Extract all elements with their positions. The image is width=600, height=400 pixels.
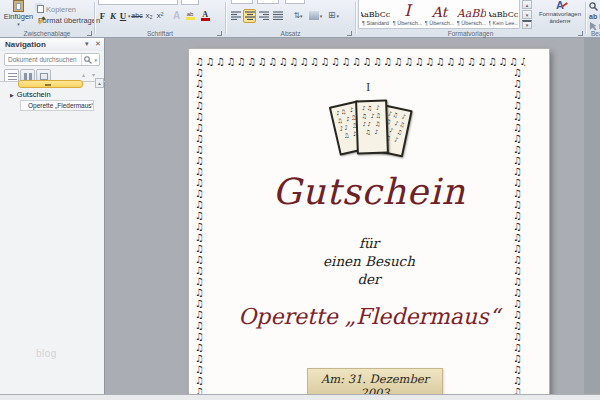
find-button[interactable]: Suchen — [589, 2, 600, 11]
clipboard-group-label: Zwischenablage — [0, 30, 94, 37]
replace-button[interactable]: ab Ersetzen — [589, 12, 600, 21]
style-preview: AaBbCcl — [488, 11, 519, 19]
results-tab-icon — [40, 73, 48, 80]
watermark-text: blog — [36, 348, 57, 359]
headings-tab-icon — [8, 73, 17, 80]
change-styles-icon: A — [536, 0, 584, 11]
search-options-dropdown-icon[interactable]: ▾ — [94, 57, 99, 63]
nav-heading-current-highlight[interactable] — [18, 80, 83, 88]
voucher-line-fuer: für — [189, 235, 549, 251]
align-right-button[interactable] — [257, 9, 270, 23]
ticket-card-front: ♪♫ ♪ ♫ ♪♫ ♪♪ ♫ ♫ ♪ — [355, 99, 389, 154]
format-painter-button[interactable]: Format übertragen — [37, 15, 95, 25]
justify-button[interactable] — [271, 9, 284, 23]
nav-scroll-up-button[interactable]: ▴ — [95, 78, 104, 88]
style-preview: AaBb — [457, 8, 487, 19]
nav-heading-operette[interactable]: Operette „Fledermaus“ — [20, 100, 94, 111]
copy-button[interactable]: Kopieren — [37, 4, 93, 14]
style-item-heading1[interactable]: I ¶ Übersch... — [392, 1, 423, 27]
group-divider — [585, 2, 586, 34]
style-name: ¶ Kein Lee... — [488, 20, 519, 26]
font-color-bar-icon — [201, 18, 210, 21]
nav-heading-gutschein[interactable]: ▶ Gutschein — [10, 90, 51, 99]
font-size-combo[interactable] — [181, 0, 199, 5]
window-bottom-edge — [0, 394, 600, 400]
text-effects-button[interactable]: A — [171, 9, 183, 23]
search-box[interactable]: ▾ — [4, 53, 100, 66]
font-name-combo[interactable] — [98, 0, 178, 5]
bold-button[interactable]: F — [97, 9, 108, 23]
style-item-no-spacing[interactable]: AaBbCcl ¶ Kein Lee... — [488, 1, 519, 27]
document-page[interactable]: ♫♫♫♫♫♫♫♫♫♫♫♫♫♫♫♫♫♫♫♫♫♫♫♫♫♫♫♫♫♫♫♫♫♫♫♫ ♫♫♫… — [189, 49, 549, 400]
italic-button[interactable]: K — [108, 9, 118, 23]
navigation-header: Navigation ▾ ✕ — [0, 38, 104, 51]
search-input[interactable] — [5, 56, 81, 63]
voucher-title: Gutschein — [189, 171, 549, 212]
subscript-button[interactable]: x₂ — [144, 9, 155, 23]
text-cursor: I — [366, 81, 370, 94]
align-center-button[interactable] — [243, 9, 256, 23]
dialog-launcher-icon[interactable] — [217, 31, 222, 36]
chevron-down-icon: ▾ — [320, 13, 323, 19]
ribbon: Einfügen ▾ Kopieren Format übertragen Zw… — [0, 0, 600, 38]
sort-button-cutoff[interactable] — [285, 0, 305, 4]
paragraph-group-label: Absatz — [227, 30, 354, 37]
chevron-down-icon: ▾ — [337, 13, 340, 19]
clipboard-icon — [13, 0, 24, 12]
styles-gallery-more-button[interactable]: ▾ — [522, 20, 532, 29]
group-divider — [225, 2, 226, 34]
indent-button-cutoff[interactable] — [257, 0, 279, 4]
copy-button-label: Kopieren — [46, 5, 76, 14]
paste-button[interactable]: Einfügen ▾ — [3, 0, 34, 26]
ribbon-group-editing: Suchen ab Ersetzen Markieren Bearbeiten — [587, 0, 600, 38]
style-name: ¶ Übersch... — [425, 20, 455, 26]
voucher-line-besuch: einen Besuch — [189, 253, 549, 269]
scrollbar-track[interactable] — [584, 38, 600, 400]
styles-scroll-up-button[interactable]: ▴ — [522, 0, 532, 9]
chevron-down-icon: ▾ — [3, 21, 34, 27]
music-note-border-right: ♫♫♫♫♫♫♫♫♫♫♫♫♫♫♫♫♫♫♫♫♫♫♫♫♫♫♫♫♫♫♫ — [513, 67, 525, 400]
pane-options-dropdown-icon[interactable]: ▾ — [85, 40, 89, 48]
change-styles-label: Formatvorlagen — [539, 11, 581, 17]
superscript-button[interactable]: x² — [155, 9, 166, 23]
style-item-heading2[interactable]: At ¶ Übersch... — [424, 1, 455, 27]
style-item-standard[interactable]: AaBbCcl ¶ Standard — [360, 1, 391, 27]
underline-button[interactable]: U — [118, 9, 128, 23]
format-painter-label: Format übertragen — [38, 16, 100, 25]
change-styles-button[interactable]: A Formatvorlagen ändern▾ — [536, 0, 584, 29]
dialog-launcher-icon[interactable] — [578, 31, 583, 36]
line-spacing-icon: ⇅ — [293, 11, 300, 20]
align-left-button[interactable] — [229, 9, 242, 23]
navigation-pane: Navigation ▾ ✕ ▾ ▴ ▾ ▶ Gutschein Operett… — [0, 38, 105, 400]
music-note-border-left: ♫♫♫♫♫♫♫♫♫♫♫♫♫♫♫♫♫♫♫♫♫♫♫♫♫♫♫♫♫♫♫ — [195, 67, 207, 400]
music-note-border-top: ♫♫♫♫♫♫♫♫♫♫♫♫♫♫♫♫♫♫♫♫♫♫♫♫♫♫♫♫♫♫♫♫♫♫♫♫ — [195, 56, 525, 68]
previous-result-icon[interactable]: ▴ — [82, 71, 85, 78]
shading-button[interactable]: ▾ — [307, 9, 324, 23]
bullets-button-cutoff[interactable] — [231, 0, 253, 4]
style-item-heading3[interactable]: AaBb ¶ Übersch... — [456, 1, 487, 27]
voucher-subtitle: Operette „Fledermaus“ — [189, 304, 549, 329]
strikethrough-button[interactable]: abc — [131, 9, 144, 23]
paste-button-label: Einfügen — [3, 12, 34, 21]
dialog-launcher-icon[interactable] — [347, 31, 352, 36]
ribbon-group-font: F K U ▾ abc x₂ x² A ab A Schriftart — [96, 0, 224, 38]
ribbon-group-paragraph: ⇅▾ ▾ ⊞▾ Absatz — [227, 0, 354, 38]
styles-scroll-down-button[interactable]: ▾ — [522, 10, 532, 19]
borders-button[interactable]: ⊞▾ — [325, 9, 342, 23]
pages-tab-icon — [24, 73, 33, 80]
next-result-icon[interactable]: ▾ — [92, 71, 95, 78]
font-color-button[interactable]: A — [198, 9, 213, 23]
shading-icon — [309, 11, 319, 20]
style-name: ¶ Übersch... — [393, 20, 423, 26]
navigation-title: Navigation — [5, 40, 46, 49]
ribbon-group-styles: AaBbCcl ¶ Standard I ¶ Übersch... At ¶ Ü… — [356, 0, 585, 38]
close-icon[interactable]: ✕ — [95, 40, 101, 48]
magnifier-icon — [84, 56, 92, 64]
borders-icon: ⊞ — [328, 11, 336, 20]
search-go-button[interactable] — [81, 54, 94, 65]
highlight-color-button[interactable]: ab — [183, 9, 198, 23]
chevron-down-icon: ▾ — [568, 18, 571, 24]
line-spacing-button[interactable]: ⇅▾ — [290, 9, 306, 23]
group-divider — [94, 2, 95, 34]
dialog-launcher-icon[interactable] — [87, 31, 92, 36]
